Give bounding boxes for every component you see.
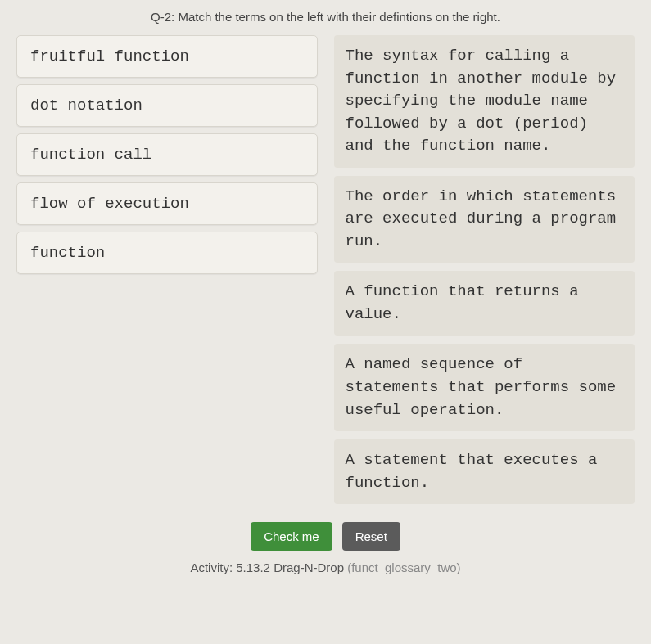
term-item[interactable]: flow of execution xyxy=(16,182,318,225)
activity-slug: (funct_glossary_two) xyxy=(347,561,460,574)
definition-item[interactable]: A function that returns a value. xyxy=(334,271,635,336)
definitions-column: The syntax for calling a function in ano… xyxy=(334,35,635,504)
definition-item[interactable]: A named sequence of statements that perf… xyxy=(334,344,635,431)
term-item[interactable]: function xyxy=(16,232,318,274)
definition-item[interactable]: A statement that executes a function. xyxy=(334,439,635,504)
term-item[interactable]: function call xyxy=(16,133,318,176)
activity-prefix: Activity: 5.13.2 Drag-N-Drop xyxy=(190,561,347,574)
term-item[interactable]: dot notation xyxy=(16,84,318,127)
definition-item[interactable]: The order in which statements are execut… xyxy=(334,176,635,263)
definition-item[interactable]: The syntax for calling a function in ano… xyxy=(334,35,635,168)
term-item[interactable]: fruitful function xyxy=(16,35,318,78)
activity-caption: Activity: 5.13.2 Drag-N-Drop (funct_glos… xyxy=(16,561,635,574)
reset-button[interactable]: Reset xyxy=(342,522,400,551)
match-columns: fruitful function dot notation function … xyxy=(16,35,635,504)
question-prompt: Q-2: Match the terms on the left with th… xyxy=(16,10,635,24)
button-row: Check me Reset xyxy=(16,522,635,551)
terms-column: fruitful function dot notation function … xyxy=(16,35,318,504)
check-button[interactable]: Check me xyxy=(251,522,332,551)
